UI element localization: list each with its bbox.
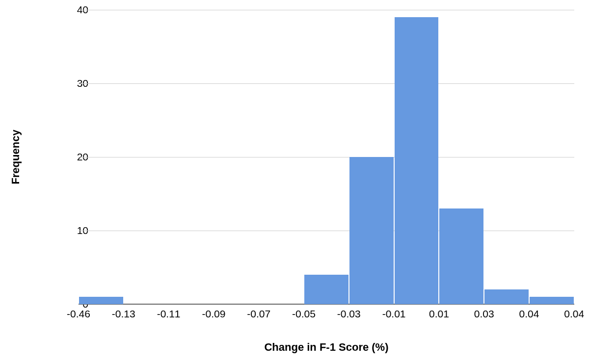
x-tick-label: -0.13	[112, 308, 135, 320]
y-axis-title-text: Frequency	[9, 130, 22, 184]
plot-area	[79, 10, 574, 304]
y-axis-title: Frequency	[6, 0, 26, 314]
x-tick-label: 0.04	[519, 308, 539, 320]
x-tick-label: 0.04	[564, 308, 584, 320]
x-tick-label: -0.46	[67, 308, 90, 320]
bar-bin-10	[530, 297, 574, 304]
x-axis-title: Change in F-1 Score (%)	[79, 341, 574, 354]
bar-bin-6	[349, 157, 394, 304]
x-tick-label: -0.05	[292, 308, 316, 320]
histogram-chart: Frequency 0 10 20 30 40 -0.46 -0.13 -0.1…	[0, 0, 589, 364]
x-tick-label: 0.03	[474, 308, 494, 320]
x-tick-label: -0.01	[382, 308, 406, 320]
x-tick-label: -0.09	[202, 308, 225, 320]
x-tick-label: -0.07	[247, 308, 270, 320]
bars-group	[79, 10, 574, 304]
x-tick-label: -0.03	[337, 308, 361, 320]
bar-bin-7	[395, 17, 439, 304]
x-tick-label: 0.01	[429, 308, 449, 320]
bar-bin-9	[484, 289, 529, 304]
x-tick-label: -0.11	[157, 308, 181, 320]
bar-bin-5	[304, 275, 348, 304]
x-tick-labels: -0.46 -0.13 -0.11 -0.09 -0.07 -0.05 -0.0…	[79, 308, 574, 323]
bar-bin-8	[439, 208, 483, 304]
bar-bin-0	[79, 297, 123, 304]
